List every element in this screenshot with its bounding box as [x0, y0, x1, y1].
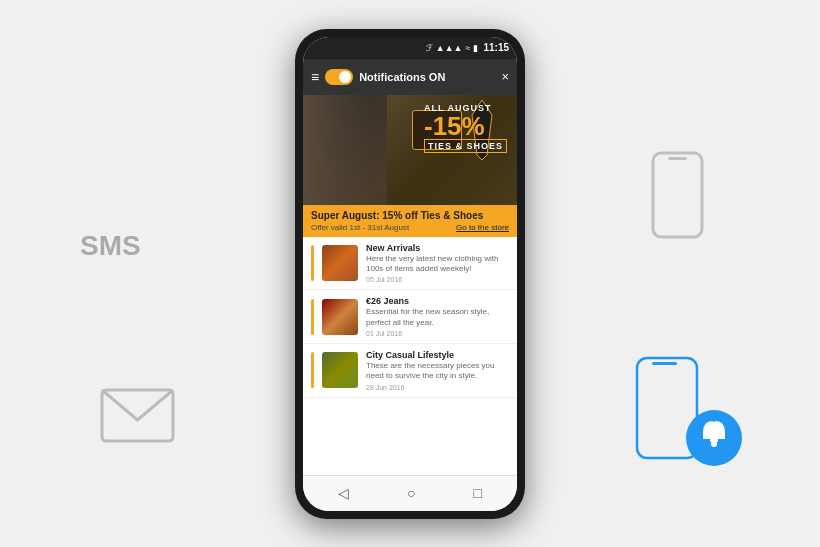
- items-list: New Arrivals Here the very latest new cl…: [303, 237, 517, 475]
- item-desc: Here the very latest new clothing with 1…: [366, 254, 509, 275]
- bg-sms-label: SMS: [80, 230, 141, 262]
- item-date: 01 Jul 2016: [366, 330, 509, 337]
- wifi-icon: ≈: [465, 43, 470, 53]
- svg-rect-0: [653, 153, 702, 237]
- item-accent-bar: [311, 299, 314, 335]
- svg-rect-4: [652, 362, 677, 365]
- list-item[interactable]: €26 Jeans Essential for the new season s…: [303, 290, 517, 344]
- item-content: City Casual Lifestyle These are the nece…: [366, 350, 509, 391]
- promo-title: Super August: 15% off Ties & Shoes: [311, 210, 509, 221]
- notification-phone-badge: [632, 353, 742, 487]
- list-item[interactable]: New Arrivals Here the very latest new cl…: [303, 237, 517, 291]
- hero-banner: ALL AUGUST -15% TIES & SHOES: [303, 95, 517, 205]
- phone-device: ℱ ▲▲▲ ≈ ▮ 11:15 ≡ Notifications ON ×: [295, 29, 525, 519]
- item-thumbnail: [322, 299, 358, 335]
- status-bar: ℱ ▲▲▲ ≈ ▮ 11:15: [303, 37, 517, 59]
- item-accent-bar: [311, 352, 314, 388]
- hero-face-image: [303, 95, 373, 205]
- battery-icon: ▮: [473, 43, 478, 53]
- bluetooth-icon: ℱ: [426, 43, 433, 53]
- list-item[interactable]: City Casual Lifestyle These are the nece…: [303, 344, 517, 398]
- item-desc: Essential for the new season style, perf…: [366, 307, 509, 328]
- promo-date: Offer valid 1st - 31st August: [311, 223, 409, 232]
- hero-discount-text: -15%: [424, 113, 507, 139]
- recent-button[interactable]: □: [474, 485, 482, 501]
- toolbar-title: Notifications ON: [359, 71, 495, 83]
- item-title: €26 Jeans: [366, 296, 509, 306]
- svg-rect-1: [668, 157, 687, 160]
- item-accent-bar: [311, 245, 314, 281]
- item-content: New Arrivals Here the very latest new cl…: [366, 243, 509, 284]
- menu-icon[interactable]: ≡: [311, 69, 319, 85]
- item-desc: These are the necessary pieces you need …: [366, 361, 509, 382]
- nav-bar: ◁ ○ □: [303, 475, 517, 511]
- item-thumbnail: [322, 352, 358, 388]
- bg-envelope-icon: [100, 388, 175, 447]
- signal-icon: ▲▲▲: [436, 43, 463, 53]
- item-title: New Arrivals: [366, 243, 509, 253]
- home-button[interactable]: ○: [407, 485, 415, 501]
- promo-link[interactable]: Go to the store: [456, 223, 509, 232]
- toolbar: ≡ Notifications ON ×: [303, 59, 517, 95]
- status-time: 11:15: [483, 42, 509, 53]
- notifications-toggle[interactable]: [325, 69, 353, 85]
- item-date: 28 Jun 2016: [366, 384, 509, 391]
- item-date: 05 Jul 2016: [366, 276, 509, 283]
- hero-bottom-text: TIES & SHOES: [424, 139, 507, 153]
- close-icon[interactable]: ×: [501, 69, 509, 84]
- svg-point-7: [711, 441, 717, 447]
- bg-phone-outline: [650, 150, 705, 244]
- promo-bar: Super August: 15% off Ties & Shoes Offer…: [303, 205, 517, 237]
- item-content: €26 Jeans Essential for the new season s…: [366, 296, 509, 337]
- back-button[interactable]: ◁: [338, 485, 349, 501]
- item-title: City Casual Lifestyle: [366, 350, 509, 360]
- hero-text-block: ALL AUGUST -15% TIES & SHOES: [424, 103, 507, 153]
- item-thumbnail: [322, 245, 358, 281]
- toggle-knob: [339, 71, 351, 83]
